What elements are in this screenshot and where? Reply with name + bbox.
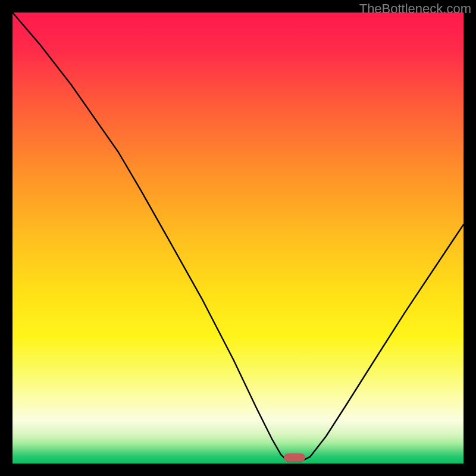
- watermark-text: TheBottleneck.com: [359, 1, 471, 17]
- chart-frame: TheBottleneck.com: [0, 0, 476, 476]
- plot-area: [12, 12, 464, 464]
- optimal-marker: [284, 453, 305, 462]
- bottleneck-curve: [12, 12, 464, 464]
